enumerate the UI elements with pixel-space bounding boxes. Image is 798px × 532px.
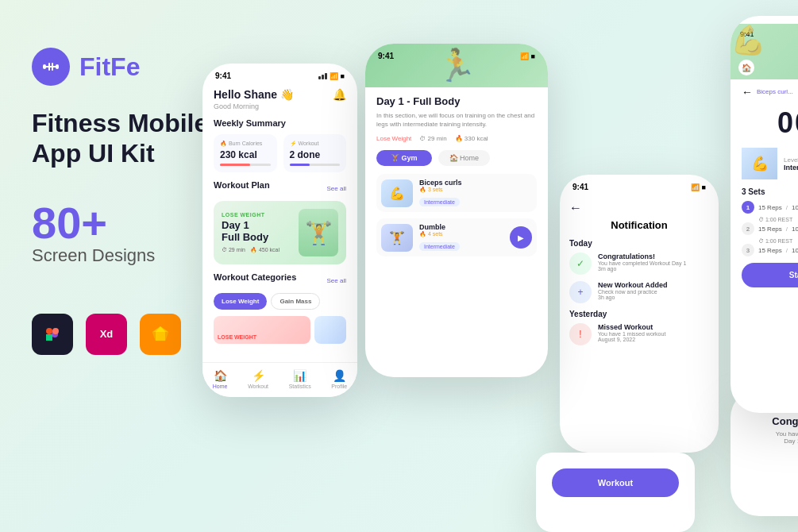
biceps-thumb: 💪: [381, 179, 413, 207]
nav-profile-label: Profile: [331, 384, 347, 389]
workout-meta: Lose Weight ⏱ 29 min 🔥 330 kcal: [376, 135, 537, 142]
plan-figure: 🏋️: [299, 209, 338, 256]
biceps-curl-label: Biceps curl...: [757, 88, 793, 95]
new-workout-icon: +: [569, 281, 592, 303]
brand-tagline: Fitness MobileApp UI Kit: [32, 108, 222, 169]
meta-time: ⏱ 29 min: [419, 135, 446, 142]
set-1-reps: 15 Reps: [758, 204, 782, 211]
nav-home-label: Home: [213, 384, 228, 389]
congrats-time: 3m ago: [598, 266, 686, 272]
set-num-1: 1: [742, 201, 754, 214]
missed-icon: !: [569, 323, 592, 345]
notification-title: Notification: [569, 219, 709, 231]
gym-home-tabs: 🏋️ Gym 🏠 Home: [376, 150, 537, 166]
notif-congratulations: ✓ Congratulations! You have completed Wo…: [569, 253, 709, 275]
svg-marker-14: [156, 332, 165, 341]
phone-workout-detail: 🏃 9:41 📶■ Day 1 - Full Body In this sect…: [365, 44, 548, 377]
gain-mass-btn[interactable]: Gain Mass: [271, 293, 320, 310]
biceps-info: Biceps curls 🔥 3 sets Intermediate: [419, 179, 532, 207]
meta-cal: 🔥 330 kcal: [455, 135, 488, 142]
missed-title: Missed Workout: [598, 323, 665, 331]
phone2-status-time: 9:41: [378, 52, 394, 60]
missed-date: August 9, 2022: [598, 337, 665, 342]
exercise-thumb: 💪: [742, 148, 777, 179]
biceps-badge: Intermediate: [419, 198, 460, 206]
gym-tab[interactable]: 🏋️ Gym: [376, 150, 432, 166]
tool-icons: Xd: [32, 314, 222, 355]
screen-count-label: Screen Designs: [32, 245, 222, 266]
plan-day: Day 1: [222, 220, 279, 231]
back-arrow[interactable]: ←: [569, 201, 709, 215]
nav-statistics[interactable]: 📊 Statistics: [289, 369, 311, 389]
nav-profile[interactable]: 👤 Profile: [331, 369, 347, 389]
new-workout-body: Check now and practice: [598, 289, 668, 295]
bottom-nav: 🏠 Home ⚡ Workout 📊 Statistics 👤 Profile: [202, 362, 357, 397]
nav-statistics-label: Statistics: [289, 384, 311, 389]
congrats-icon: ✓: [569, 253, 592, 275]
brand-logo: FitFe: [32, 48, 222, 86]
level-label: Level: [784, 156, 798, 164]
set-1-kg: 10 Kg: [792, 204, 798, 211]
nav-workout-label: Workout: [248, 384, 268, 389]
phone-main-content: Hello Shane 👋 🔔 Good Morning Weekly Summ…: [202, 83, 357, 349]
workout-detail-title: Day 1 - Full Body: [376, 95, 537, 107]
svg-rect-7: [52, 328, 59, 334]
yesterday-section: Yesterday: [569, 310, 709, 318]
lose-weight-btn[interactable]: Lose Weight: [214, 293, 267, 310]
burn-value: 230 kcal: [220, 149, 271, 160]
brand-name: FitFe: [79, 52, 140, 82]
set-3-kg: 10 Kg: [792, 247, 798, 254]
workout-card: ⚡ Workout 2 done: [283, 134, 347, 172]
set-2-reps: 15 Reps: [758, 226, 782, 233]
start-exercise-button[interactable]: Start Excercise: [742, 263, 798, 287]
today-section: Today: [569, 239, 709, 248]
workout-detail-desc: In this section, we will focus on traini…: [376, 111, 537, 129]
dumble-thumb: 🏋️: [381, 224, 413, 252]
workout-label: ⚡ Workout: [290, 141, 341, 147]
set-num-2: 2: [742, 222, 754, 235]
burn-label: 🔥 Burn Calories: [220, 141, 271, 147]
svg-rect-1: [56, 64, 59, 69]
workout-plan-title: Workout Plan: [214, 180, 270, 190]
screen-count: 80+: [32, 201, 222, 245]
home-badge-icon: 🏠: [738, 60, 754, 75]
see-all-cat[interactable]: See all: [327, 277, 346, 284]
figma-icon: [32, 314, 73, 355]
phone-main: 9:41 📶 ■ Hello Shane 👋 🔔 Good Morning We…: [202, 64, 357, 397]
biceps-name: Biceps curls: [419, 179, 532, 187]
sketch-icon: [140, 314, 181, 355]
svg-rect-3: [48, 63, 50, 71]
meta-weight: Lose Weight: [376, 135, 411, 142]
set-row-1: 1 15 Reps / 10 Kg: [742, 201, 798, 214]
plan-time: ⏱ 29 min: [222, 247, 245, 253]
biceps-sets: 🔥 3 sets: [419, 187, 532, 193]
notif-missed: ! Missed Workout You have 1 missed worko…: [569, 323, 709, 345]
dumble-badge: Intermediate: [419, 242, 460, 251]
see-all-plan[interactable]: See all: [327, 185, 346, 192]
good-morning: Good Morning: [214, 102, 346, 110]
set-2-kg: 10 Kg: [792, 226, 798, 233]
svg-rect-9: [46, 334, 52, 341]
notif-new-workout: + New Workout Added Check now and practi…: [569, 281, 709, 303]
level-value: Intermediate: [784, 164, 798, 172]
plan-label: LOSE WEIGHT: [222, 212, 279, 218]
workout-value: 2 done: [290, 149, 341, 160]
categories-title: Workout Categories: [214, 272, 296, 282]
exercise-item-dumble[interactable]: 🏋️ Dumble 🔥 4 sets Intermediate ▶: [376, 218, 537, 256]
exercise-item-biceps[interactable]: 💪 Biceps curls 🔥 3 sets Intermediate: [376, 174, 537, 212]
nav-workout[interactable]: ⚡ Workout: [248, 369, 268, 389]
home-tab[interactable]: 🏠 Home: [438, 150, 491, 166]
nav-home[interactable]: 🏠 Home: [213, 369, 228, 389]
phone-timer: 9:41 ■■■ 💪 Next Wort... 🏠 ← Biceps curl.…: [731, 16, 798, 413]
set-row-2: 2 15 Reps / 10 Kg: [742, 222, 798, 235]
phone3-status: 9:41 📶■: [560, 175, 719, 195]
timer-back-arrow[interactable]: ←: [742, 86, 753, 98]
phones-container: 9:41 📶 ■ Hello Shane 👋 🔔 Good Morning We…: [195, 0, 798, 532]
congrats-main-sub: You have completed w...: [740, 430, 798, 438]
workout-complete-button[interactable]: Workout: [552, 468, 679, 497]
sets-title: 3 Sets: [742, 187, 798, 196]
brand-section: FitFe Fitness MobileApp UI Kit 80+ Scree…: [32, 48, 222, 355]
workout-plan-card[interactable]: LOSE WEIGHT Day 1 Full Body ⏱ 29 min 🔥 4…: [214, 201, 346, 264]
missed-body: You have 1 missed workout: [598, 331, 665, 337]
weekly-summary-title: Weekly Summary: [214, 118, 346, 128]
